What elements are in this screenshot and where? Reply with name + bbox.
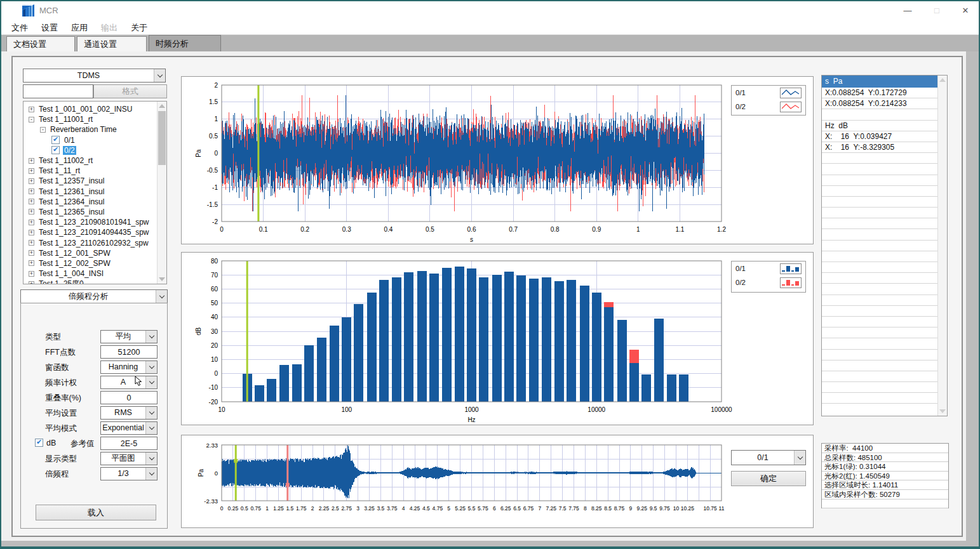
chevron-down-icon[interactable] — [794, 451, 805, 465]
tree-item-label[interactable]: 0/1 — [63, 136, 76, 145]
tree-item-label[interactable]: Test 1_12_001_SPW — [37, 249, 112, 258]
tree-item-label[interactable]: Test 1_12365_insul — [37, 208, 105, 216]
chevron-down-icon[interactable] — [145, 468, 157, 480]
maximize-button[interactable]: □ — [926, 1, 948, 20]
tree-item-label[interactable]: Test 1_123_210914094435_spw — [37, 228, 150, 237]
expand-icon[interactable]: + — [29, 271, 34, 277]
cursor-readout-list[interactable]: s PaX:0.088254 Y:0.172729X:0.088254 Y:0.… — [821, 75, 948, 416]
channel-combo[interactable]: 0/1 — [731, 450, 806, 465]
tree-item-label[interactable]: Test 1_11001_rt — [37, 115, 94, 124]
expand-icon[interactable]: + — [29, 168, 34, 174]
readout-row — [822, 306, 939, 317]
chevron-down-icon[interactable] — [145, 376, 157, 388]
tree-item-label[interactable]: Test 1_001_001_002_INSU — [37, 105, 133, 114]
spectrum-chart-panel: 1010010001000010000080706050403020100-10… — [181, 252, 814, 425]
tree-item-label[interactable]: 0/2 — [63, 146, 76, 155]
form-combo-3[interactable]: A — [100, 376, 158, 389]
close-button[interactable]: ✕ — [955, 1, 976, 20]
tree-item-label[interactable]: Reverberation Time — [49, 125, 118, 134]
form-combo-5[interactable]: RMS — [100, 406, 158, 420]
filter-input[interactable] — [23, 84, 93, 98]
app-window: MCR — □ ✕ 文件设置应用输出关于 文档设置通道设置时频分析 TDMS 格… — [0, 0, 980, 549]
readout-row — [822, 273, 939, 284]
expand-icon[interactable]: + — [29, 209, 34, 215]
tab-通道设置[interactable]: 通道设置 — [77, 36, 147, 51]
expand-icon[interactable]: + — [29, 220, 34, 225]
format-button[interactable]: 格式 — [93, 84, 167, 98]
chevron-down-icon[interactable] — [145, 453, 157, 465]
tree-item-label[interactable]: Test 1_12361_insul — [37, 187, 105, 196]
expand-icon[interactable]: + — [29, 281, 34, 284]
collapse-icon[interactable]: - — [40, 127, 46, 133]
tab-时频分析[interactable]: 时频分析 — [149, 35, 221, 51]
menu-item-设置[interactable]: 设置 — [40, 20, 59, 36]
checkbox-checked-icon[interactable] — [51, 136, 60, 144]
analysis-type-combo[interactable]: 倍频程分析 — [20, 289, 168, 303]
tree-row: 0/1 — [23, 135, 166, 145]
tree-item-label[interactable]: Test 1_11002_rt — [37, 156, 94, 165]
chevron-down-icon[interactable] — [154, 69, 165, 82]
tree-item-label[interactable]: Test 1_123_211026102932_spw — [37, 239, 150, 248]
form-combo-2[interactable]: Hanning — [100, 360, 158, 374]
expand-icon[interactable]: + — [29, 240, 34, 246]
tab-文档设置[interactable]: 文档设置 — [6, 36, 75, 51]
chevron-down-icon[interactable] — [156, 290, 167, 303]
expand-icon[interactable]: + — [29, 107, 34, 112]
tree-item-label[interactable]: Test 1_25度0 — [37, 279, 85, 284]
expand-icon[interactable]: + — [29, 178, 34, 184]
expand-icon[interactable]: + — [29, 260, 34, 266]
expand-icon[interactable]: + — [29, 189, 34, 194]
form-combo-0[interactable]: 平均 — [100, 330, 158, 343]
menu-item-应用[interactable]: 应用 — [70, 20, 89, 36]
load-button[interactable]: 载入 — [36, 505, 156, 520]
file-tree[interactable]: +Test 1_001_001_002_INSU-Test 1_11001_rt… — [23, 101, 167, 284]
form-combo-8[interactable]: 平面图 — [100, 452, 158, 465]
tree-item-label[interactable]: Test 1_11_rt — [37, 166, 81, 175]
form-input-7[interactable] — [100, 437, 158, 450]
svg-text:8: 8 — [584, 505, 587, 512]
tree-row: +Test 1_12361_insul — [23, 187, 166, 197]
checkbox-checked-icon[interactable] — [51, 146, 60, 154]
chevron-down-icon[interactable] — [145, 422, 157, 434]
tree-item-label[interactable]: Test 1_123_210908101941_spw — [37, 218, 150, 227]
svg-text:10000: 10000 — [587, 406, 605, 413]
confirm-button[interactable]: 确定 — [731, 471, 806, 486]
menu-item-文件[interactable]: 文件 — [10, 20, 29, 36]
db-checkbox[interactable] — [35, 439, 43, 447]
form-combo-6[interactable]: Exponential — [100, 421, 158, 435]
form-label: 平均设置 — [45, 408, 77, 419]
file-format-combo[interactable]: TDMS — [23, 69, 166, 83]
octave-spectrum-chart[interactable]: 1010010001000010000080706050403020100-10… — [182, 253, 813, 427]
expand-icon[interactable]: + — [29, 158, 34, 164]
form-input-1[interactable] — [100, 345, 158, 359]
svg-text:30: 30 — [211, 328, 218, 335]
overview-waveform-chart[interactable]: 00.250.50.7511.251.51.7522.252.52.7533.2… — [182, 435, 813, 530]
expand-icon[interactable]: + — [29, 250, 34, 256]
tree-item-label[interactable]: Test 1_1_004_INSI — [37, 269, 105, 278]
chevron-down-icon[interactable] — [145, 331, 157, 343]
scroll-up-icon[interactable] — [939, 78, 946, 82]
chevron-down-icon[interactable] — [145, 407, 157, 419]
svg-text:Pa: Pa — [198, 468, 205, 477]
menu-item-输出[interactable]: 输出 — [100, 20, 119, 36]
collapse-icon[interactable]: - — [29, 117, 34, 122]
scroll-down-icon[interactable] — [939, 409, 946, 413]
horizontal-scrollbar[interactable] — [1, 541, 979, 546]
minimize-button[interactable]: — — [897, 1, 918, 20]
readout-scrollbar[interactable] — [937, 76, 947, 416]
blue-series-icon — [780, 88, 802, 98]
tree-item-label[interactable]: Test 1_12364_insul — [37, 197, 105, 206]
vertical-scrollbar[interactable] — [966, 51, 979, 541]
form-combo-9[interactable]: 1/3 — [100, 467, 158, 480]
time-waveform-chart[interactable]: 00.10.20.30.40.50.60.70.80.911.11.221.51… — [182, 77, 813, 246]
expand-icon[interactable]: + — [29, 230, 34, 235]
expand-icon[interactable]: + — [29, 199, 34, 204]
readout-row — [822, 360, 939, 371]
tree-item-label[interactable]: Test 1_12_002_SPW — [37, 259, 112, 268]
chevron-down-icon[interactable] — [145, 361, 157, 373]
form-input-4[interactable] — [100, 391, 158, 404]
form-combo-value: 平面图 — [101, 453, 145, 465]
tree-item-label[interactable]: Test 1_12357_insul — [37, 176, 105, 185]
svg-text:10: 10 — [211, 356, 218, 363]
menu-item-关于[interactable]: 关于 — [130, 20, 149, 36]
